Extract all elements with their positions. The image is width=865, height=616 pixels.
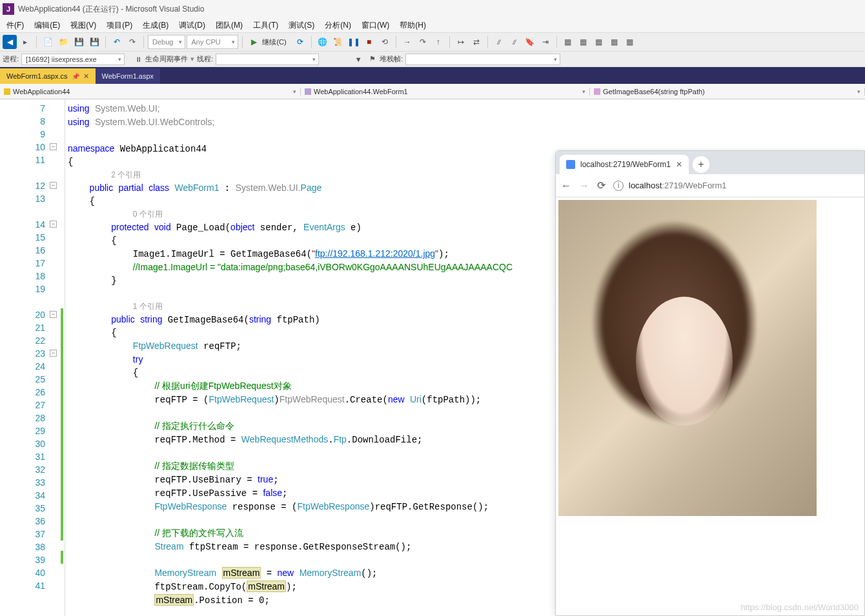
lifecycle-icon[interactable]: ⏸ (131, 52, 145, 66)
lifecycle-label: 生命周期事件 (145, 54, 188, 64)
site-info-icon[interactable]: i (613, 181, 624, 191)
uncomment-icon[interactable]: ⫽ (507, 35, 522, 49)
menu-help[interactable]: 帮助(H) (394, 20, 431, 31)
nav-back-icon[interactable]: ← (561, 180, 571, 192)
restart-icon[interactable]: ⟲ (378, 35, 392, 49)
method-icon (594, 88, 600, 95)
platform-selector[interactable]: Any CPU (187, 35, 238, 49)
step-out-icon[interactable]: ↑ (431, 35, 445, 49)
menu-tools[interactable]: 工具(T) (248, 20, 283, 31)
toggle3-icon[interactable]: ▦ (592, 35, 606, 49)
undo-icon[interactable]: ↶ (110, 35, 124, 49)
toggle4-icon[interactable]: ▦ (607, 35, 622, 49)
menu-project[interactable]: 项目(P) (101, 20, 137, 31)
process-selector[interactable]: [16692] iisexpress.exe (21, 54, 125, 65)
indent-icon[interactable]: ⇥ (538, 35, 553, 49)
separator (449, 36, 450, 48)
pause-icon[interactable]: ❚❚ (347, 35, 361, 49)
fold-icon[interactable]: − (50, 311, 57, 318)
bc-class-label: WebApplication44.WebForm1 (314, 88, 408, 95)
continue-icon[interactable]: ▶ (247, 35, 261, 49)
close-icon[interactable]: ✕ (83, 72, 89, 81)
browser-viewport (556, 197, 864, 519)
toggle2-icon[interactable]: ▦ (576, 35, 591, 49)
comment-icon[interactable]: ⫽ (492, 35, 506, 49)
stop-icon[interactable]: ■ (362, 35, 376, 49)
reload-icon[interactable]: ⟳ (597, 179, 606, 192)
browser-tab-strip: localhost:2719/WebForm1 ✕ + (556, 151, 864, 174)
url-host: localhost (629, 181, 662, 190)
script-icon[interactable]: 📜 (331, 35, 345, 49)
fold-icon[interactable]: − (50, 143, 57, 150)
tab-label: WebForm1.aspx.cs (6, 72, 68, 80)
breadcrumb-project[interactable]: WebApplication44 (0, 88, 301, 95)
title-bar: J WebApplication44 (正在运行) - Microsoft Vi… (0, 0, 865, 18)
separator (36, 36, 37, 48)
breadcrumb-class[interactable]: WebApplication44.WebForm1 (301, 88, 590, 95)
nav-forward-icon: → (579, 180, 589, 192)
filter-icon[interactable]: ▼ (351, 52, 365, 66)
breadcrumb-method[interactable]: GetImageBase64(string ftpPath) (590, 88, 865, 95)
refresh-icon[interactable]: ⟳ (293, 35, 307, 49)
browser-tab-title: localhost:2719/WebForm1 (580, 160, 671, 169)
fold-icon[interactable]: − (50, 182, 57, 189)
show-next-icon[interactable]: ↦ (454, 35, 468, 49)
separator (311, 36, 312, 48)
fold-icon[interactable]: − (50, 221, 57, 228)
toggle1-icon[interactable]: ▦ (561, 35, 575, 49)
bookmark-icon[interactable]: 🔖 (523, 35, 537, 49)
browser-window: localhost:2719/WebForm1 ✕ + ← → ⟳ i loca… (555, 150, 865, 616)
flag-icon[interactable]: ⚑ (365, 52, 380, 66)
breadcrumb-bar: WebApplication44 WebApplication44.WebFor… (0, 84, 865, 99)
pin-icon[interactable]: 📌 (72, 73, 79, 80)
step-into-icon[interactable]: → (400, 35, 414, 49)
thread-label: 线程: (197, 54, 213, 64)
menu-bar: 件(F) 编辑(E) 视图(V) 项目(P) 生成(B) 调试(D) 团队(M)… (0, 18, 865, 32)
debug-toolbar: 进程: [16692] iisexpress.exe ⏸ 生命周期事件 ▾ 线程… (0, 52, 865, 67)
redo-icon[interactable]: ↷ (125, 35, 139, 49)
new-tab-button[interactable]: + (693, 156, 709, 173)
nav-back-icon[interactable]: ◀ (3, 35, 17, 49)
menu-analyze[interactable]: 分析(N) (320, 20, 356, 31)
continue-label[interactable]: 继续(C) (262, 37, 286, 47)
class-icon (305, 88, 311, 95)
menu-build[interactable]: 生成(B) (137, 20, 174, 31)
csharp-icon (4, 88, 10, 95)
bc-method-label: GetImageBase64(string ftpPath) (603, 88, 705, 95)
open-icon[interactable]: 📁 (56, 35, 70, 49)
vs-logo-icon: J (3, 3, 14, 15)
menu-window[interactable]: 窗口(W) (356, 20, 394, 31)
menu-view[interactable]: 视图(V) (65, 20, 101, 31)
menu-debug[interactable]: 调试(D) (174, 20, 210, 31)
separator (242, 36, 243, 48)
config-selector[interactable]: Debug (148, 35, 185, 49)
new-file-icon[interactable]: 📄 (41, 35, 55, 49)
step-over-icon[interactable]: ↷ (416, 35, 430, 49)
menu-test[interactable]: 测试(S) (283, 20, 320, 31)
separator (487, 36, 488, 48)
omnibox[interactable]: i localhost:2719/WebForm1 (613, 181, 859, 191)
menu-team[interactable]: 团队(M) (210, 20, 248, 31)
toggle5-icon[interactable]: ▦ (623, 35, 637, 49)
main-toolbar: ◀ ▸ 📄 📁 💾 💾 ↶ ↷ Debug Any CPU ▶ 继续(C) ⟳ … (0, 32, 865, 52)
separator (143, 36, 144, 48)
save-all-icon[interactable]: 💾 (87, 35, 101, 49)
autos-icon[interactable]: ⇄ (469, 35, 483, 49)
menu-file[interactable]: 件(F) (1, 20, 29, 31)
fold-icon[interactable]: − (50, 350, 57, 357)
tab-webform-aspx[interactable]: WebForm1.aspx (96, 68, 161, 84)
close-tab-icon[interactable]: ✕ (676, 160, 682, 169)
save-icon[interactable]: 💾 (72, 35, 86, 49)
browser-tab[interactable]: localhost:2719/WebForm1 ✕ (560, 155, 689, 174)
menu-edit[interactable]: 编辑(E) (29, 20, 65, 31)
result-image (558, 200, 817, 516)
separator (556, 36, 557, 48)
stackframe-selector[interactable] (405, 54, 560, 65)
thread-selector[interactable] (216, 54, 319, 65)
nav-fwd-icon[interactable]: ▸ (18, 35, 32, 49)
process-label: 进程: (3, 54, 19, 64)
browser-select-icon[interactable]: 🌐 (316, 35, 330, 49)
tab-webform-cs[interactable]: WebForm1.aspx.cs 📌 ✕ (0, 68, 96, 84)
window-title: WebApplication44 (正在运行) - Microsoft Visu… (18, 4, 204, 15)
change-marker (61, 551, 63, 564)
